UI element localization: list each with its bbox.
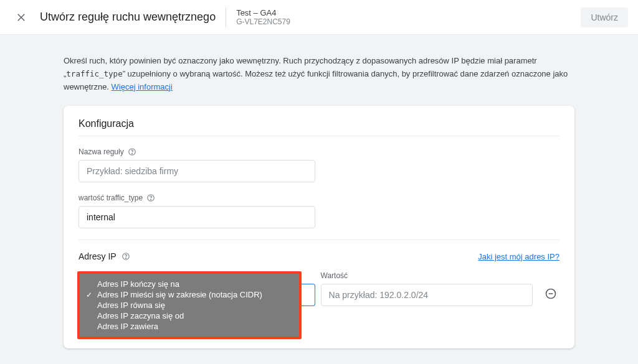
match-type-option[interactable]: Adres IP mieści się w zakresie (notacja … — [80, 289, 299, 300]
divider — [79, 240, 559, 240]
property-id: G-VL7E2NC579 — [236, 17, 290, 26]
dialog-body: Określ ruch, który powinien być oznaczon… — [0, 35, 638, 348]
match-type-cell: Adres IP kończy się naAdres IP mieści si… — [79, 271, 311, 334]
rule-name-label-text: Nazwa reguły — [79, 147, 124, 156]
create-button[interactable]: Utwórz — [581, 7, 628, 27]
match-type-option[interactable]: Adres IP zaczyna się od — [80, 310, 299, 321]
rule-name-field: Nazwa reguły — [79, 147, 559, 182]
close-button[interactable] — [10, 6, 32, 29]
dialog-header: Utwórz regułę ruchu wewnętrznego Test – … — [0, 0, 638, 35]
match-type-option[interactable]: Adres IP kończy się na — [80, 279, 299, 289]
help-icon[interactable] — [121, 252, 130, 261]
close-icon — [16, 12, 27, 23]
divider — [79, 136, 559, 136]
remove-icon — [545, 287, 557, 300]
help-icon[interactable] — [146, 194, 155, 202]
remove-condition-button[interactable] — [543, 285, 559, 302]
svg-point-5 — [151, 200, 151, 200]
ip-section-header: Adresy IP Jaki jest mój adres IP? — [79, 251, 559, 261]
ip-value-label: Wartość — [321, 271, 533, 280]
my-ip-link[interactable]: Jaki jest mój adres IP? — [478, 252, 559, 261]
traffic-type-label-text: wartość traffic_type — [79, 194, 143, 202]
ip-section-title-text: Adresy IP — [79, 251, 117, 261]
rule-name-input[interactable] — [79, 160, 315, 182]
intro-code: traffic_type — [66, 69, 122, 78]
property-name: Test – GA4 — [236, 8, 290, 18]
match-type-option[interactable]: Adres IP równa się — [80, 300, 299, 310]
svg-point-3 — [131, 154, 132, 154]
traffic-type-field: wartość traffic_type — [79, 194, 559, 228]
match-type-dropdown[interactable]: Adres IP kończy się naAdres IP mieści si… — [77, 271, 302, 339]
match-type-select-edge — [302, 284, 315, 306]
card-title: Konfiguracja — [79, 118, 559, 129]
dialog-title: Utwórz regułę ruchu wewnętrznego — [40, 11, 216, 24]
svg-point-7 — [125, 258, 126, 259]
ip-section-title: Adresy IP — [79, 251, 130, 261]
traffic-type-label: wartość traffic_type — [79, 194, 559, 202]
header-divider — [226, 7, 226, 27]
learn-more-link[interactable]: Więcej informacji — [112, 82, 173, 91]
config-card: Konfiguracja Nazwa reguły wartość traffi… — [64, 106, 574, 348]
ip-value-cell: Wartość — [321, 271, 533, 306]
traffic-type-input[interactable] — [79, 206, 315, 228]
ip-value-input[interactable] — [321, 284, 533, 306]
match-type-option[interactable]: Adres IP zawiera — [80, 321, 299, 332]
rule-name-label: Nazwa reguły — [79, 147, 559, 156]
help-icon[interactable] — [128, 147, 136, 156]
intro-text: Określ ruch, który powinien być oznaczon… — [64, 55, 574, 93]
property-info: Test – GA4 G-VL7E2NC579 — [236, 8, 290, 27]
ip-condition-row: Adres IP kończy się naAdres IP mieści si… — [79, 271, 559, 334]
